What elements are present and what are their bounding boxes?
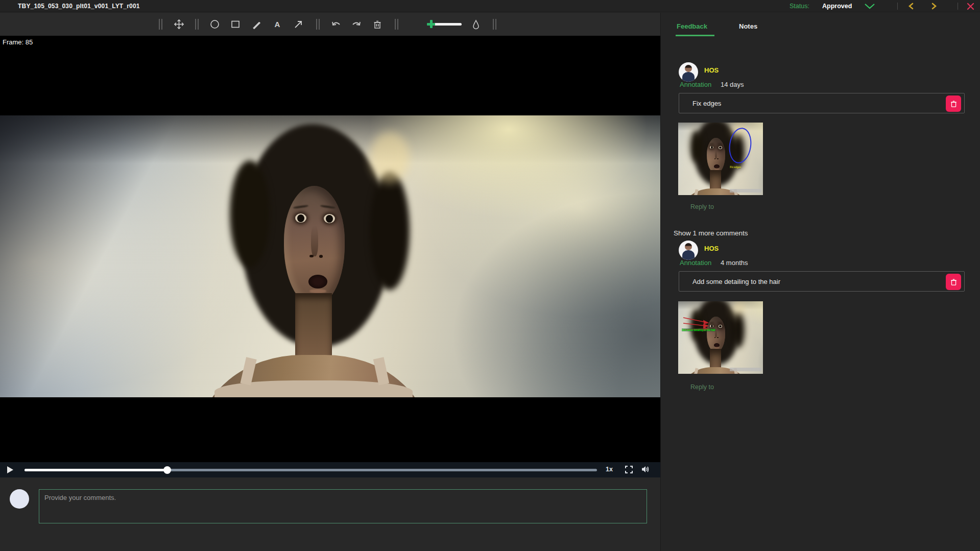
text-tool-icon[interactable]: A	[271, 13, 284, 36]
delete-comment-button[interactable]	[946, 274, 961, 290]
video-frame	[0, 115, 660, 397]
subject-nostril-left	[714, 337, 715, 338]
comment-author: HOS	[704, 66, 719, 74]
toolbar-divider	[195, 19, 199, 30]
video-frame-image	[0, 115, 660, 397]
annotation-arrows-red	[682, 315, 713, 336]
status-label: Status:	[790, 0, 809, 12]
ellipse-tool-icon[interactable]	[208, 13, 221, 36]
comment-type: Annotation	[680, 81, 711, 88]
toolbar-divider	[316, 19, 320, 30]
subject-neck	[710, 170, 721, 190]
title-bar: TBY_105_053_030_plt01_v001_LYT_r001 Stat…	[0, 0, 980, 12]
comment-type: Annotation	[680, 259, 711, 267]
clip-title: TBY_105_053_030_plt01_v001_LYT_r001	[18, 3, 140, 10]
volume-icon[interactable]	[641, 465, 650, 475]
toolbar-divider	[159, 19, 162, 30]
stroke-width-slider[interactable]	[428, 23, 462, 26]
frame-counter: Frame: 85	[3, 38, 33, 46]
toolbar-divider	[395, 19, 398, 30]
current-user-avatar	[10, 489, 29, 509]
pen-tool-icon[interactable]	[250, 13, 263, 36]
subject-neck	[295, 293, 332, 361]
header-divider	[958, 3, 958, 10]
reply-link[interactable]: Reply to	[690, 384, 714, 391]
subject-neck	[710, 349, 721, 369]
hair-rim-light	[370, 132, 410, 183]
subject-nostril-left	[309, 255, 313, 258]
subject-hair-tuft-right	[370, 172, 410, 290]
comment-age: 14 days	[721, 81, 744, 88]
subject-eye-right	[324, 214, 335, 223]
subject-hair-tuft-left	[690, 130, 702, 162]
avatar	[679, 241, 698, 260]
comment-age: 4 months	[721, 259, 748, 267]
redo-icon[interactable]	[350, 13, 363, 36]
delete-comment-button[interactable]	[946, 95, 961, 112]
annotation-thumbnail[interactable]: Add some detailing to the hair	[678, 301, 763, 374]
reply-link[interactable]: Reply to	[690, 203, 714, 210]
delete-annotation-icon[interactable]	[371, 13, 384, 36]
fullscreen-icon[interactable]	[625, 466, 633, 475]
playback-speed[interactable]: 1x	[606, 466, 613, 473]
annotation-canvas-label: Fix edges	[730, 165, 741, 169]
hair-rim-light	[732, 301, 744, 316]
comment-input[interactable]	[39, 489, 647, 523]
undo-icon[interactable]	[329, 13, 343, 36]
thumbnail-watermark	[730, 368, 761, 371]
next-version-button[interactable]	[931, 0, 937, 12]
play-icon[interactable]	[7, 466, 13, 473]
comment-composer	[0, 477, 660, 551]
blur-tool-icon[interactable]	[469, 13, 483, 36]
annotation-thumbnail[interactable]: Fix edges	[678, 123, 763, 195]
comment-author: HOS	[704, 245, 719, 252]
video-frame-image	[678, 301, 763, 374]
subject-nostril-right	[717, 158, 718, 159]
status-value[interactable]: Approved	[822, 0, 852, 12]
annotation-toolbar: A	[0, 13, 660, 36]
toolbar-divider	[493, 19, 496, 30]
active-tab-underline	[676, 35, 714, 36]
review-sidebar: Feedback Notes HOS Annotation 14 days Fi…	[660, 13, 980, 551]
thumbnail-watermark	[730, 189, 761, 193]
avatar	[679, 62, 698, 82]
subject-nostril-left	[714, 158, 715, 159]
move-tool-icon[interactable]	[172, 13, 185, 36]
arrow-tool-icon[interactable]	[292, 13, 305, 36]
player-controls: 1x	[0, 462, 660, 477]
subject-eye-right	[719, 325, 722, 327]
status-dropdown-chevron-icon[interactable]	[864, 0, 875, 12]
tab-feedback[interactable]: Feedback	[677, 22, 707, 30]
stroke-slider-knob[interactable]	[427, 20, 435, 28]
video-viewport[interactable]: Frame: 85	[0, 36, 660, 462]
show-more-comments-link[interactable]: Show 1 more comments	[674, 229, 748, 237]
tab-notes[interactable]: Notes	[739, 22, 757, 30]
rectangle-tool-icon[interactable]	[229, 13, 242, 36]
subject-nose	[715, 150, 717, 159]
subject-hair-tuft-left	[230, 160, 270, 268]
comment-bubble: Fix edges	[679, 93, 965, 113]
subject-mouth	[308, 275, 327, 289]
header-divider	[897, 3, 898, 10]
annotation-canvas-label: Add some detailing to the hair	[682, 328, 715, 331]
subject-nostril-right	[319, 255, 323, 258]
seek-knob[interactable]	[163, 466, 171, 474]
subject-hair-tuft-right	[732, 312, 744, 348]
subject-eye-right	[719, 146, 722, 149]
comment-bubble: Add some detailing to the hair	[679, 271, 965, 292]
previous-version-button[interactable]	[908, 0, 914, 12]
seek-bar[interactable]	[25, 469, 597, 471]
comment-text: Add some detailing to the hair	[692, 278, 780, 285]
close-icon[interactable]	[967, 0, 974, 12]
rect-select-tool-icon[interactable]	[407, 13, 420, 36]
seek-bar-fill	[25, 469, 168, 471]
video-frame-image	[678, 123, 763, 195]
comment-text: Fix edges	[692, 100, 721, 107]
subject-nostril-right	[717, 337, 718, 338]
subject-nose	[311, 225, 318, 256]
